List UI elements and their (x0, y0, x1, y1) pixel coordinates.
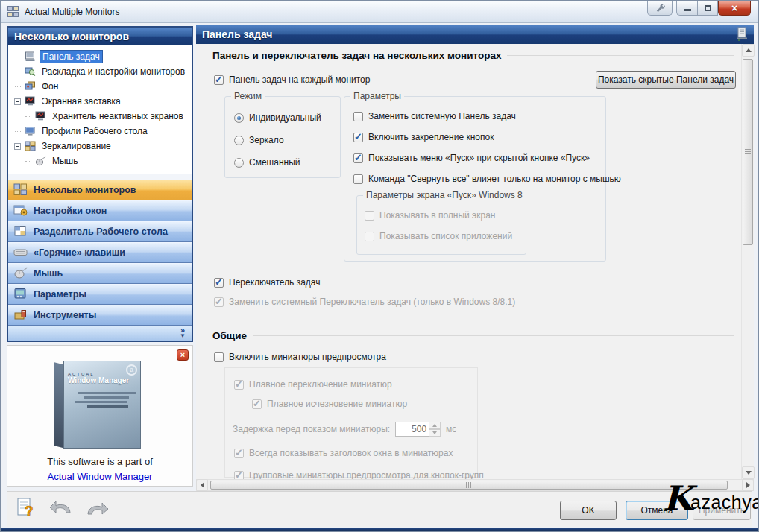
maximize-button[interactable] (697, 1, 718, 16)
mode-mixed-radio[interactable] (234, 158, 244, 168)
accordion-item-mouse[interactable]: Мышь (8, 263, 192, 284)
tree-item-label: Хранитель неактивных экранов (50, 110, 186, 122)
show-start-menu-checkbox[interactable] (353, 153, 363, 163)
footer-bar: ? OK Отмена Применить (7, 491, 752, 527)
scroll-down-button[interactable] (742, 466, 755, 479)
horizontal-scroll-thumb[interactable] (210, 481, 728, 490)
mouse-icon (35, 156, 46, 166)
minimize-button[interactable] (676, 1, 697, 16)
accordion-item-multiple-monitors[interactable]: Несколько мониторов (8, 180, 192, 200)
tree-item-mirroring[interactable]: Зеркалирование (8, 139, 192, 153)
spinner-down-icon (429, 429, 441, 437)
checkbox-label: Включить миниатюры предпросмотра (229, 352, 386, 362)
replace-task-switcher-row: Заменить системный Переключатель задач (… (214, 296, 515, 308)
checkbox-label: Показывать в полный экран (380, 210, 495, 221)
tree-accordion-splitter[interactable]: ·········· (8, 174, 192, 180)
tree-item-desktop-profiles[interactable]: Профили Рабочего стола (8, 124, 192, 139)
accordion-overflow-chevron[interactable]: »▼ (8, 326, 192, 341)
enable-button-pinning-row[interactable]: Включить закрепление кнопок (353, 131, 494, 143)
thumbnail-delay-row: Задержка перед показом миниатюры: 500 мс (233, 422, 456, 437)
accordion-item-hotkeys[interactable]: «Горячие» клавиши (8, 242, 192, 263)
enable-thumbnails-row[interactable]: Включить миниатюры предпросмотра (214, 351, 386, 363)
accordion-item-tools[interactable]: Инструменты (8, 305, 192, 326)
task-switcher-row[interactable]: Переключатель задач (214, 276, 321, 288)
mode-individual-row[interactable]: Индивидуальный (234, 112, 321, 124)
scroll-up-button[interactable] (742, 44, 755, 57)
groupbox-title: Параметры (350, 91, 404, 101)
arrow-right-icon (746, 482, 750, 488)
vertical-scroll-thumb[interactable] (743, 59, 753, 245)
desktop-profiles-icon (25, 126, 36, 136)
spinner-up-icon (429, 422, 441, 429)
smooth-fading-checkbox (252, 399, 262, 409)
mode-individual-radio[interactable] (234, 113, 244, 123)
tree-item-inactive-screensaver[interactable]: Хранитель неактивных экранов (8, 109, 192, 124)
accordion-item-window-settings[interactable]: Настройки окон (8, 200, 192, 221)
tree-item-wallpaper[interactable]: Фон (8, 79, 192, 94)
checkbox-label: Всегда показывать заголовок окна в миниа… (249, 448, 453, 458)
accordion-label: Несколько мониторов (34, 185, 136, 195)
tree-item-taskbar[interactable]: Панель задач (8, 49, 192, 64)
tree-item-screensaver[interactable]: Экранная заставка (8, 94, 192, 109)
taskbar-each-monitor-row[interactable]: Панель задач на каждый монитор (214, 74, 370, 86)
close-button[interactable]: × (718, 1, 751, 16)
accordion-item-desktop-divider[interactable]: Разделитель Рабочего стола (8, 221, 192, 242)
mouse-icon (13, 267, 28, 281)
product-ad-panel: × a ACTUAL Window Manager This software … (7, 345, 193, 487)
screensaver-icon (25, 96, 36, 107)
ad-close-button[interactable]: × (177, 349, 189, 361)
taskbar-each-monitor-checkbox[interactable] (214, 75, 224, 85)
options-icon (13, 288, 28, 302)
monitor-layout-icon (25, 66, 36, 77)
mode-mirror-radio[interactable] (234, 136, 244, 145)
fullscreen-start-checkbox (365, 211, 374, 221)
smooth-fading-row: Плавное исчезновение миниатюр (252, 398, 407, 410)
taskbar-icon (25, 51, 36, 62)
accordion-item-options[interactable]: Параметры (8, 284, 192, 305)
help-icon: ? (16, 496, 38, 519)
collapse-expander-icon[interactable] (14, 143, 21, 150)
cancel-button[interactable]: Отмена (626, 501, 688, 520)
scroll-grip-icon (745, 149, 751, 155)
enable-button-pinning-checkbox[interactable] (353, 133, 363, 142)
collapse-expander-icon[interactable] (14, 98, 21, 105)
arrow-down-icon (746, 471, 752, 475)
minimize-all-checkbox[interactable] (353, 174, 363, 184)
module-accordion: Несколько мониторов Настройки окон Разде… (8, 180, 192, 341)
minimize-all-row[interactable]: Команда "Свернуть все" влияет только на … (353, 173, 621, 185)
scroll-left-button[interactable] (196, 479, 208, 491)
mode-mixed-row[interactable]: Смешанный (234, 156, 300, 168)
groupbox-title: Режим (231, 91, 265, 101)
horizontal-scrollbar[interactable] (196, 479, 754, 491)
help-button[interactable]: ? (16, 496, 38, 522)
replace-system-taskbar-row[interactable]: Заменить системную Панель задач (353, 110, 516, 122)
redo-icon (84, 500, 110, 518)
tree-item-mouse[interactable]: Мышь (8, 153, 192, 168)
tree-item-layout[interactable]: Раскладка и настройки мониторов (8, 64, 192, 79)
replace-system-taskbar-checkbox[interactable] (353, 112, 363, 121)
settings-tree: Панель задач Раскладка и настройки монит… (8, 45, 192, 174)
ad-caption: This software is a part of (7, 456, 192, 467)
vertical-scrollbar[interactable] (741, 44, 754, 479)
checkbox-label: Панель задач на каждый монитор (229, 75, 370, 85)
scroll-right-button[interactable] (742, 479, 754, 491)
task-switcher-checkbox[interactable] (214, 278, 224, 288)
delay-value: 500 (395, 422, 429, 437)
screensaver-icon (35, 111, 46, 121)
window-settings-icon (13, 204, 28, 218)
show-hidden-taskbars-button[interactable]: Показать скрытые Панели задач (596, 71, 736, 89)
undo-button (48, 498, 74, 519)
fullscreen-start-row: Показывать в полный экран (365, 209, 495, 221)
enable-thumbnails-checkbox[interactable] (214, 352, 224, 362)
ok-button[interactable]: OK (560, 501, 617, 520)
tree-item-label: Мышь (50, 155, 81, 167)
checkbox-label: Плавное переключение миниатюр (249, 379, 392, 390)
smooth-switching-checkbox (234, 380, 244, 390)
title-bar[interactable]: Actual Multiple Monitors × (1, 1, 758, 23)
toolbox-icon (13, 308, 28, 323)
wrench-button[interactable] (647, 1, 673, 16)
product-link[interactable]: Actual Window Manager (48, 471, 153, 482)
mode-mirror-row[interactable]: Зеркало (234, 134, 284, 146)
show-start-menu-row[interactable]: Показывать меню «Пуск» при скрытой кнопк… (353, 152, 590, 164)
radio-label: Смешанный (249, 157, 300, 168)
